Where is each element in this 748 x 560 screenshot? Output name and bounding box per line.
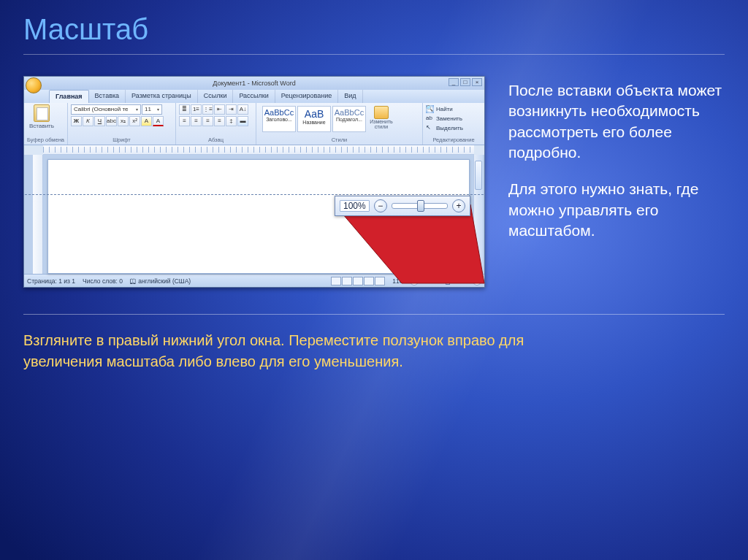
- select-icon: ↖: [426, 124, 434, 132]
- indent-dec-button[interactable]: ⇤: [214, 104, 225, 115]
- tab-mailings[interactable]: Рассылки: [233, 90, 275, 103]
- window-buttons: _ □ ×: [449, 78, 482, 86]
- paste-icon: [34, 104, 50, 122]
- line-spacing-button[interactable]: ‡: [226, 116, 237, 126]
- divider-top: [23, 54, 725, 55]
- change-styles-button[interactable]: Изменить стили: [367, 106, 395, 129]
- superscript-button[interactable]: x²: [129, 116, 140, 126]
- find-icon: 🔍: [426, 105, 434, 113]
- find-button[interactable]: 🔍Найти: [426, 104, 481, 114]
- status-words[interactable]: Число слов: 0: [83, 277, 123, 285]
- tab-view[interactable]: Вид: [338, 90, 362, 103]
- status-language[interactable]: 🕮 английский (США): [130, 277, 191, 285]
- style-heading[interactable]: AaBbCcЗаголово...: [262, 106, 296, 132]
- zoom-slider-knob[interactable]: [417, 200, 424, 212]
- indent-inc-button[interactable]: ⇥: [226, 104, 237, 115]
- change-styles-icon: [374, 106, 389, 119]
- align-left-button[interactable]: ≡: [179, 116, 190, 126]
- paste-label: Вставить: [29, 123, 54, 129]
- tab-references[interactable]: Ссылки: [198, 90, 234, 103]
- group-label-clipboard: Буфер обмена: [27, 137, 64, 143]
- replace-button[interactable]: abЗаменить: [426, 114, 481, 123]
- group-label-editing: Редактирование: [426, 137, 481, 143]
- bold-button[interactable]: Ж: [71, 116, 82, 126]
- ribbon-tabs: Главная Вставка Разметка страницы Ссылки…: [24, 90, 484, 103]
- highlight-button[interactable]: A: [141, 116, 152, 126]
- callout-shape: [335, 204, 488, 292]
- word-titlebar: Документ1 - Microsoft Word _ □ ×: [24, 77, 484, 90]
- tab-layout[interactable]: Разметка страницы: [126, 90, 198, 103]
- zoom-in-button[interactable]: +: [452, 199, 465, 212]
- zoom-control-magnified: 100% − +: [335, 196, 470, 216]
- close-button[interactable]: ×: [472, 78, 482, 86]
- style-subtitle[interactable]: AaBbCcПодзагол...: [332, 106, 366, 132]
- word-title: Документ1 - Microsoft Word: [213, 80, 295, 87]
- group-label-styles: Стили: [259, 137, 419, 143]
- tab-home[interactable]: Главная: [49, 90, 89, 103]
- horizontal-ruler[interactable]: [43, 145, 474, 155]
- zoom-slider[interactable]: [392, 203, 448, 209]
- numbering-button[interactable]: 1≡: [191, 104, 202, 115]
- style-title[interactable]: АаВНазвание: [297, 106, 331, 132]
- zoom-out-button[interactable]: −: [374, 199, 387, 212]
- font-color-button[interactable]: A: [153, 116, 164, 126]
- svg-marker-0: [335, 204, 484, 283]
- strike-button[interactable]: abc: [106, 116, 117, 126]
- subscript-button[interactable]: x₂: [118, 116, 129, 126]
- paragraph-1: После вставки объекта может возникнуть н…: [508, 80, 725, 163]
- slide-title: Масштаб: [23, 13, 148, 46]
- group-font: Calibri (Основной те▾ 11▾ Ж К Ч abc x₂ x…: [68, 103, 176, 145]
- group-styles: AaBbCcЗаголово... АаВНазвание AaBbCcПодз…: [256, 103, 423, 145]
- group-paragraph: ≣ 1≡ ⋮≡ ⇤ ⇥ A↓ ≡ ≡ ≡ ≡ ‡ ▬ Абзац: [176, 103, 256, 145]
- vertical-ruler[interactable]: [33, 155, 43, 274]
- group-label-font: Шрифт: [71, 137, 172, 143]
- scroll-thumb[interactable]: [475, 161, 482, 190]
- select-button[interactable]: ↖Выделить: [426, 123, 481, 133]
- ribbon: Вставить Буфер обмена Calibri (Основной …: [24, 103, 484, 145]
- minimize-button[interactable]: _: [449, 78, 459, 86]
- tab-insert[interactable]: Вставка: [89, 90, 126, 103]
- font-size-combo[interactable]: 11▾: [142, 104, 162, 115]
- underline-button[interactable]: Ч: [94, 116, 105, 126]
- justify-button[interactable]: ≡: [214, 116, 225, 126]
- align-right-button[interactable]: ≡: [202, 116, 213, 126]
- italic-button[interactable]: К: [83, 116, 94, 126]
- font-name-combo[interactable]: Calibri (Основной те▾: [71, 104, 141, 115]
- maximize-button[interactable]: □: [460, 78, 470, 86]
- divider-middle: [23, 314, 725, 315]
- shading-button[interactable]: ▬: [237, 116, 248, 126]
- align-center-button[interactable]: ≡: [191, 116, 202, 126]
- multilevel-button[interactable]: ⋮≡: [202, 104, 213, 115]
- paste-button[interactable]: Вставить: [27, 104, 56, 129]
- bullets-button[interactable]: ≣: [179, 104, 190, 115]
- status-page[interactable]: Страница: 1 из 1: [27, 277, 75, 285]
- paragraph-2: Для этого нужно знать, где можно управля…: [508, 179, 725, 241]
- explanation-text: После вставки объекта может возникнуть н…: [508, 80, 725, 257]
- group-label-paragraph: Абзац: [179, 137, 253, 143]
- replace-icon: ab: [426, 115, 434, 123]
- group-editing: 🔍Найти abЗаменить ↖Выделить Редактирован…: [423, 103, 484, 145]
- zoom-percent[interactable]: 100%: [340, 200, 370, 212]
- tab-review[interactable]: Рецензирование: [275, 90, 339, 103]
- office-button[interactable]: [26, 77, 42, 93]
- sort-button[interactable]: A↓: [237, 104, 248, 115]
- group-clipboard: Вставить Буфер обмена: [24, 103, 68, 145]
- instruction-text: Взгляните в правый нижний угол окна. Пер…: [23, 330, 602, 372]
